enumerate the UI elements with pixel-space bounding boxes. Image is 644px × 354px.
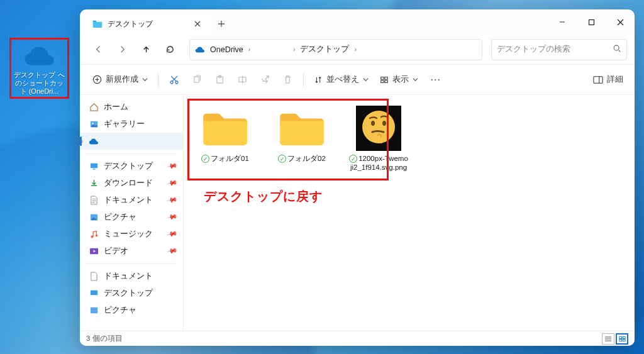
video-icon [89,246,99,257]
sidebar-item-downloads[interactable]: ダウンロード📌 [80,175,183,192]
view-button[interactable]: 表示 [375,70,423,90]
sidebar-item-videos[interactable]: ビデオ📌 [80,243,183,260]
sync-status-icon: ✓ [201,155,209,163]
svg-point-28 [382,121,386,126]
close-icon [194,21,201,27]
new-button[interactable]: 新規作成 [87,70,153,90]
tab-desktop[interactable]: デスクトップ [85,13,211,35]
scissors-icon [169,75,179,85]
svg-point-2 [614,45,619,50]
sidebar-item-documents-2[interactable]: ドキュメント [80,268,183,285]
tab-close-button[interactable] [191,17,204,31]
cloud-icon [195,46,205,53]
crumb-desktop[interactable]: デスクトップ [299,43,350,56]
svg-rect-31 [619,339,621,341]
svg-rect-1 [589,19,594,25]
trash-icon [283,75,292,84]
sidebar-item-music[interactable]: ミュージック📌 [80,226,183,243]
nav-row: OneDrive › › デスクトップ › デスクトップの検索 [80,35,635,65]
pin-icon: 📌 [167,245,179,257]
breadcrumb[interactable]: OneDrive › › デスクトップ › [189,39,482,60]
minimize-button[interactable] [548,9,577,35]
sidebar-item-pictures[interactable]: ピクチャ📌 [80,209,183,226]
svg-point-5 [175,81,178,84]
item-count: 3 個の項目 [86,334,123,343]
svg-point-16 [92,123,93,124]
separator [303,73,304,87]
sidebar-item-desktop[interactable]: デスクトップ📌 [80,158,183,175]
sort-icon [314,75,323,84]
download-icon [89,179,99,189]
svg-rect-13 [385,80,387,82]
rename-button[interactable] [231,70,253,90]
chevron-right-icon: › [81,138,83,145]
svg-rect-10 [381,77,384,79]
sort-button[interactable]: 並べ替え [309,70,374,90]
separator [86,153,177,154]
tab-title: デスクトップ [108,19,153,30]
more-button[interactable]: ··· [425,70,447,90]
share-button[interactable] [254,70,275,90]
view-icons-button[interactable] [616,333,628,345]
close-icon [617,19,624,26]
list-icon [604,336,612,342]
pin-icon: 📌 [167,194,179,206]
sidebar-item-onedrive[interactable]: › [80,133,183,150]
svg-rect-30 [623,336,625,338]
copy-button[interactable] [186,70,208,90]
details-pane-icon [593,75,603,84]
chevron-right-icon: › [293,46,295,53]
desktop-icon [89,162,99,172]
item-image-thinking[interactable]: ✓1200px-Twemoji2_1f914.svg.png [348,106,409,172]
document-icon [89,196,99,206]
desktop-shortcut-onedrive[interactable]: デスクトップ へのショートカット (OneDri... [9,38,69,99]
pin-icon: 📌 [167,177,179,189]
folder-icon [275,106,329,150]
search-icon [613,44,621,55]
details-pane-button[interactable]: 詳細 [589,74,627,85]
sidebar-item-desktop-2[interactable]: デスクトップ [80,285,183,302]
share-icon [260,75,270,84]
up-button[interactable] [135,39,157,60]
copy-icon [192,75,202,84]
content-pane[interactable]: ✓フォルダ01 ✓フォルダ02 [184,95,635,331]
svg-rect-17 [90,163,97,169]
sidebar-item-pictures-2[interactable]: ピクチャ [80,302,183,319]
cut-button[interactable] [164,70,185,90]
crumb-redacted[interactable] [254,43,289,56]
maximize-button[interactable] [577,9,606,35]
svg-rect-23 [90,290,97,296]
chevron-down-icon [413,77,418,82]
plus-circle-icon [92,75,102,84]
folder-icon [198,106,252,150]
items-grid: ✓フォルダ01 ✓フォルダ02 [184,95,635,183]
separator [86,263,177,264]
chevron-down-icon [142,77,148,82]
new-tab-button[interactable] [211,13,232,35]
svg-rect-29 [619,336,621,338]
forward-button[interactable] [111,39,133,60]
item-folder-01[interactable]: ✓フォルダ01 [195,106,255,172]
picture-icon [89,213,99,223]
sync-status-icon: ✓ [278,155,286,163]
back-button[interactable] [87,39,109,60]
file-explorer-window: デスクトップ OneDrive › › デスクトップ › [80,9,635,346]
svg-point-27 [371,121,375,126]
refresh-button[interactable] [159,39,180,60]
view-list-button[interactable] [602,333,614,345]
item-folder-02[interactable]: ✓フォルダ02 [272,106,332,172]
sidebar-item-home[interactable]: ホーム [80,99,183,116]
crumb-onedrive[interactable]: OneDrive [209,44,245,55]
chevron-right-icon: › [354,46,356,53]
svg-rect-12 [381,80,384,82]
paste-button[interactable] [209,70,230,90]
clipboard-icon [215,75,225,84]
search-input[interactable]: デスクトップの検索 [491,39,627,60]
cloud-icon [89,136,99,147]
svg-rect-14 [594,76,602,83]
sidebar-item-gallery[interactable]: ギャラリー [80,116,183,133]
command-bar: 新規作成 並べ替え 表示 ··· 詳細 [80,65,635,95]
close-button[interactable] [606,9,635,35]
sidebar-item-documents[interactable]: ドキュメント📌 [80,192,183,209]
delete-button[interactable] [277,70,298,90]
